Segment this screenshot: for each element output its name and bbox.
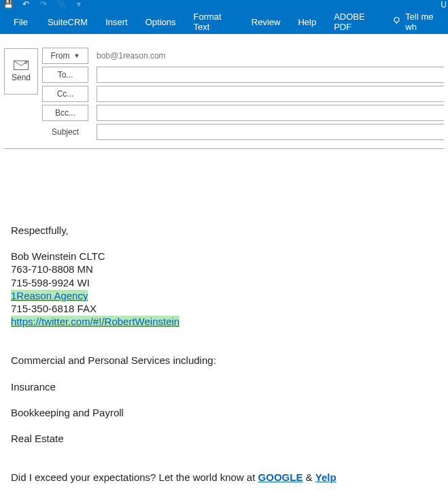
agency-link[interactable]: 1Reason Agency bbox=[11, 290, 88, 301]
yelp-link[interactable]: Yelp bbox=[315, 471, 337, 483]
qat-dropdown-icon[interactable]: ▾ bbox=[73, 0, 84, 8]
tab-review[interactable]: Review bbox=[243, 10, 290, 34]
cc-button[interactable]: Cc... bbox=[42, 86, 88, 102]
subject-field[interactable] bbox=[97, 124, 444, 140]
from-value: bob@1reason.com bbox=[97, 51, 166, 61]
service-insurance: Insurance bbox=[11, 380, 437, 393]
ribbon-tabs: File SuiteCRM Insert Options Format Text… bbox=[0, 10, 448, 34]
envelope-icon bbox=[14, 61, 29, 70]
save-icon[interactable]: 💾 bbox=[3, 0, 14, 8]
service-realestate: Real Estate bbox=[11, 432, 437, 445]
review-pre: Did I exceed your expectations? Let the … bbox=[11, 471, 258, 483]
signature-phone-wi: 715-598-9924 WI bbox=[11, 276, 437, 289]
undo-icon[interactable]: ↶ bbox=[20, 0, 31, 8]
to-button[interactable]: To... bbox=[42, 67, 88, 83]
from-label: From bbox=[51, 51, 70, 61]
cc-field[interactable] bbox=[97, 86, 444, 102]
svg-point-0 bbox=[394, 18, 399, 22]
review-amp: & bbox=[303, 471, 315, 483]
redo-icon: ↷ bbox=[38, 0, 49, 8]
signature-fax: 715-350-6818 FAX bbox=[11, 302, 437, 315]
signature-respectfully: Respectfully, bbox=[11, 224, 437, 237]
google-link[interactable]: GOOGLE bbox=[258, 471, 303, 483]
tab-options[interactable]: Options bbox=[137, 10, 185, 34]
review-line: Did I exceed your expectations? Let the … bbox=[11, 471, 437, 484]
tab-help[interactable]: Help bbox=[289, 10, 325, 34]
services-heading: Commercial and Personal Services includi… bbox=[11, 354, 437, 367]
twitter-link[interactable]: https://twitter.com/#!/RobertWeinstein bbox=[11, 316, 179, 327]
signature-name: Bob Weinstein CLTC bbox=[11, 250, 437, 263]
bcc-field[interactable] bbox=[97, 105, 444, 121]
message-body[interactable]: Respectfully, Bob Weinstein CLTC 763-710… bbox=[4, 148, 444, 490]
lightbulb-icon bbox=[392, 16, 401, 27]
to-field[interactable] bbox=[97, 67, 444, 83]
quick-access-toolbar: 💾 ↶ ↷ 📎 ▾ U bbox=[0, 0, 448, 10]
tab-adobe-pdf[interactable]: ADOBE PDF bbox=[325, 10, 387, 34]
tab-format-text[interactable]: Format Text bbox=[185, 10, 243, 34]
tell-me-search[interactable]: Tell me wh bbox=[387, 10, 445, 34]
from-button[interactable]: From ▼ bbox=[42, 48, 88, 64]
send-label: Send bbox=[12, 73, 31, 82]
bcc-button[interactable]: Bcc... bbox=[42, 105, 88, 121]
tell-me-label: Tell me wh bbox=[405, 12, 440, 32]
subject-label: Subject bbox=[42, 124, 88, 140]
tab-file[interactable]: File bbox=[3, 10, 39, 34]
tab-insert[interactable]: Insert bbox=[97, 10, 137, 34]
title-right-text: U bbox=[441, 0, 448, 10]
message-header: Send From ▼ bob@1reason.com To... Cc... … bbox=[0, 44, 448, 144]
signature-phone-mn: 763-710-8808 MN bbox=[11, 263, 437, 276]
tab-suitecrm[interactable]: SuiteCRM bbox=[39, 10, 97, 34]
attach-icon[interactable]: 📎 bbox=[56, 0, 67, 8]
service-bookkeeping: Bookkeeping and Payroll bbox=[11, 406, 437, 419]
send-button[interactable]: Send bbox=[4, 48, 38, 95]
chevron-down-icon: ▼ bbox=[74, 52, 80, 59]
